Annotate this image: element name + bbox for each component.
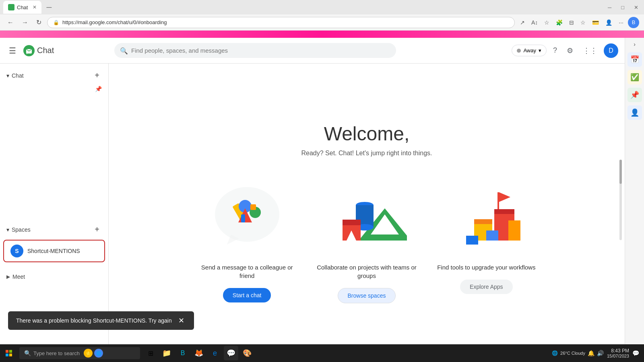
split-view-icon[interactable]: ⊟ <box>567 17 576 28</box>
paint-app[interactable]: 🎨 <box>240 346 254 360</box>
scroll-indicator[interactable] <box>619 160 622 240</box>
edge-search-icon[interactable]: 🌐 <box>94 349 103 358</box>
edge-app[interactable]: e <box>208 346 222 360</box>
window-controls: ─ □ ✕ <box>605 4 641 11</box>
active-tab[interactable]: Chat ✕ <box>3 1 41 14</box>
extensions-icon[interactable]: 🧩 <box>554 17 565 28</box>
explore-apps-button: Explore Apps <box>460 280 513 294</box>
favorites-bar-icon[interactable]: ☆ <box>578 17 588 28</box>
chat-section: ▾ Chat + 📌 <box>0 64 108 218</box>
maximize-button[interactable]: □ <box>619 4 627 11</box>
spaces-chevron-icon: ▾ <box>6 226 9 233</box>
back-button[interactable]: ← <box>5 17 16 28</box>
status-chevron: ▾ <box>539 47 541 53</box>
firefox-app[interactable]: 🦊 <box>192 346 206 360</box>
address-bar-actions: ↗ A↕ ☆ 🧩 ⊟ ☆ 💳 👤 ··· B <box>518 17 639 28</box>
start-chat-button[interactable]: Start a chat <box>223 288 271 302</box>
contacts-ext-icon[interactable]: 👤 <box>627 105 642 120</box>
help-button[interactable]: ? <box>550 43 560 58</box>
minimize-button[interactable]: ─ <box>605 4 614 11</box>
welcome-title: Welcome, <box>324 123 410 145</box>
search-bar[interactable]: 🔍 <box>114 43 396 58</box>
status-button[interactable]: Away ▾ <box>512 45 547 56</box>
hamburger-menu[interactable]: ☰ <box>6 43 19 58</box>
app-logo: Chat <box>23 45 54 56</box>
taskbar-clock[interactable]: 8:43 PM 15/07/2023 <box>607 348 629 358</box>
spaces-section: ▾ Spaces + S Shortcut-MENTIONS <box>0 218 108 267</box>
chat-empty-space <box>0 94 108 214</box>
taskview-button[interactable]: ⊞ <box>143 346 158 360</box>
bing-app[interactable]: B <box>175 346 190 360</box>
browse-spaces-illustration <box>326 176 407 257</box>
user-avatar[interactable]: D <box>604 43 618 58</box>
bing-search-icon[interactable]: ⭐ <box>84 349 93 358</box>
url-field[interactable]: 🔒 https://mail.google.com/chat/u/0/#onbo… <box>47 17 515 28</box>
notification-icon[interactable]: 🔔 <box>588 350 594 356</box>
calendar-ext-icon[interactable]: 📅 <box>627 52 642 67</box>
add-chat-button[interactable]: + <box>92 70 102 81</box>
profile-icon[interactable]: 👤 <box>603 17 614 28</box>
svg-rect-28 <box>9 354 12 356</box>
google-chat-app[interactable]: 💬 <box>224 346 238 360</box>
start-chat-title: Send a message to a colleague or friend <box>194 263 300 280</box>
chat-section-title: ▾ Chat <box>6 72 24 79</box>
taskbar-search-text: Type here to search <box>33 350 80 356</box>
weather-text: 26°C Cloudy <box>560 351 585 356</box>
status-label: Away <box>523 47 536 53</box>
tab-favicon <box>8 4 14 10</box>
read-mode-icon[interactable]: A↕ <box>529 17 540 28</box>
notification-panel-icon[interactable]: 💬 <box>632 350 639 356</box>
meet-title: Meet <box>12 274 25 280</box>
file-explorer-app[interactable]: 📁 <box>159 346 174 360</box>
spaces-section-title: ▾ Spaces <box>6 226 31 233</box>
windows-icon <box>6 350 12 356</box>
share-icon[interactable]: ↗ <box>518 17 527 28</box>
taskbar: 🔍 Type here to search ⭐ 🌐 ⊞ 📁 B 🦊 e 💬 <box>0 344 644 362</box>
toast-close-button[interactable]: ✕ <box>177 316 186 325</box>
taskbar-sys-icons: 🌐 26°C Cloudy 🔔 🔊 <box>552 350 604 356</box>
url-text: https://mail.google.com/chat/u/0/#onboar… <box>62 19 167 25</box>
taskbar-search[interactable]: 🔍 Type here to search ⭐ 🌐 <box>19 347 140 359</box>
space-item-shortcut-mentions[interactable]: S Shortcut-MENTIONS <box>3 240 105 262</box>
chat-logo-icon <box>23 45 35 56</box>
top-bar-right: Away ▾ ? ⚙ ⋮⋮ D <box>512 43 618 58</box>
explore-apps-title: Find tools to upgrade your workflows <box>437 263 535 272</box>
bing-icon[interactable]: B <box>628 17 639 28</box>
paint-icon: 🎨 <box>243 349 252 358</box>
meet-section-header[interactable]: ▶ Meet <box>0 270 108 283</box>
browser-wallet-icon[interactable]: 💳 <box>590 17 601 28</box>
expand-sidebar-button[interactable]: › <box>634 41 636 47</box>
welcome-area: Welcome, Ready? Set. Chat! Let's jump ri… <box>186 115 548 311</box>
firefox-icon: 🦊 <box>194 349 203 358</box>
taskbar-search-icon: 🔍 <box>24 350 31 356</box>
tab-close-button[interactable]: ✕ <box>33 4 37 10</box>
space-avatar: S <box>10 245 23 257</box>
reload-button[interactable]: ↻ <box>34 17 44 28</box>
folder-icon: 📁 <box>162 349 171 358</box>
browse-spaces-button[interactable]: Browse spaces <box>338 288 396 303</box>
svg-rect-6 <box>250 204 256 210</box>
forward-button[interactable]: → <box>19 17 31 28</box>
spaces-svg <box>326 176 407 257</box>
volume-icon[interactable]: 🔊 <box>597 350 604 356</box>
settings-button[interactable]: ⚙ <box>564 43 576 58</box>
spaces-section-header[interactable]: ▾ Spaces + <box>0 221 108 238</box>
add-space-button[interactable]: + <box>92 224 102 235</box>
browse-spaces-card: Collaborate on projects with teams or gr… <box>313 176 420 303</box>
new-tab-button[interactable]: ─ <box>43 2 55 13</box>
keep-ext-icon[interactable]: 📌 <box>627 88 642 102</box>
favorites-icon[interactable]: ☆ <box>542 17 551 28</box>
start-button[interactable] <box>0 344 18 362</box>
tasks-ext-icon[interactable]: ✅ <box>627 70 642 84</box>
network-icon[interactable]: 🌐 <box>552 350 558 356</box>
time-display: 8:43 PM <box>611 348 629 354</box>
pin-icon: 📌 <box>95 86 102 92</box>
date-display: 15/07/2023 <box>607 354 629 358</box>
chat-section-header[interactable]: ▾ Chat + <box>0 67 108 84</box>
close-button[interactable]: ✕ <box>632 4 641 11</box>
svg-rect-14 <box>343 220 361 225</box>
chat-svg <box>207 176 287 257</box>
more-menu-icon[interactable]: ··· <box>617 17 625 28</box>
search-input[interactable] <box>114 43 396 58</box>
apps-button[interactable]: ⋮⋮ <box>580 43 601 58</box>
